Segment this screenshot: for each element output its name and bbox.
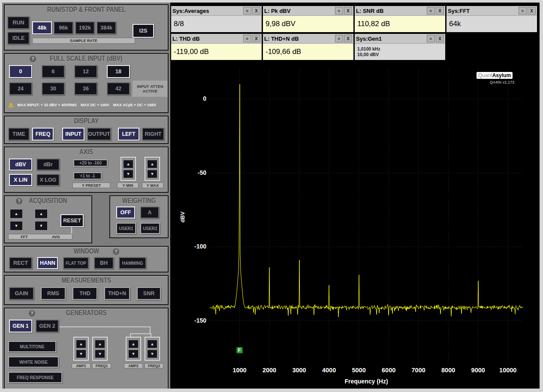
x-axis-label: Frequency (Hz) [210, 378, 523, 385]
y-min-down-button[interactable]: ▼ [123, 170, 133, 178]
fullscale-36-button[interactable]: 36 [74, 82, 97, 95]
tile-close-icon[interactable]: X [252, 35, 260, 42]
measurement-rms-button[interactable]: RMS [41, 287, 66, 300]
display-input-button[interactable]: INPUT [62, 128, 84, 141]
avg-up-button[interactable]: ▲ [35, 209, 48, 218]
gen1-button[interactable]: GEN 1 [9, 320, 32, 332]
x-tick-label: 1000 [223, 367, 257, 374]
fullscale-6-button[interactable]: 6 [42, 65, 65, 78]
axis-xlin-button[interactable]: X LIN [9, 174, 32, 186]
fundamental-marker[interactable]: F [236, 347, 243, 353]
window-rect-button[interactable]: RECT [9, 257, 32, 269]
tile-header[interactable]: L: THD dB ≡ X [171, 34, 262, 44]
tile-close-icon[interactable]: X [344, 7, 352, 15]
tile-header[interactable]: Sys:Averages ≡ X [171, 6, 262, 16]
tile-header[interactable]: Sys:FFT ≡ X [446, 6, 537, 16]
axis-dbv-button[interactable]: dBV [9, 159, 32, 171]
tile-menu-icon[interactable]: ≡ [427, 7, 435, 15]
measurement-snr-button[interactable]: SNR [137, 287, 161, 300]
tile-pk-dbv: L: Pk dBV ≡ X 9,98 dBV [263, 6, 353, 32]
freq1-up-button[interactable]: ▲ [95, 340, 105, 348]
display-time-button[interactable]: TIME [8, 128, 30, 141]
multitone-button[interactable]: MULTITONE [8, 341, 56, 352]
help-icon[interactable]: ? [113, 248, 119, 255]
display-left-button[interactable]: LEFT [118, 128, 139, 141]
amp1-down-button[interactable]: ▼ [76, 350, 86, 358]
amp2-up-button[interactable]: ▲ [128, 340, 139, 348]
sample-rate-192k-button[interactable]: 192k [75, 21, 95, 34]
freq2-down-button[interactable]: ▼ [147, 350, 157, 358]
gen-wire-drop [150, 326, 151, 333]
idle-button[interactable]: IDLE [7, 32, 30, 45]
tile-menu-icon[interactable]: ≡ [335, 7, 343, 15]
window-hann-button[interactable]: HANN [37, 257, 58, 269]
window-bh-button[interactable]: BH [94, 257, 114, 269]
help-icon[interactable]: ? [29, 310, 35, 317]
weighting-user1-button[interactable]: USER1 [116, 223, 136, 234]
fft-down-button[interactable]: ▼ [10, 221, 23, 230]
tile-close-icon[interactable]: X [528, 7, 536, 15]
measurement-gain-button[interactable]: GAIN [9, 287, 34, 300]
tile-menu-icon[interactable]: ≡ [335, 35, 343, 42]
white-noise-button[interactable]: WHITE NOISE [8, 356, 59, 368]
display-right-button[interactable]: RIGHT [142, 128, 164, 141]
fullscale-0-button[interactable]: 0 [9, 65, 32, 78]
tile-close-icon[interactable]: X [436, 7, 444, 15]
tile-header[interactable]: L: SNR dB ≡ X [355, 6, 445, 16]
tile-header[interactable]: Sys:Gen1 ≡ X [355, 34, 445, 44]
sample-rate-384k-button[interactable]: 384k [97, 21, 116, 34]
gen-wire-horizontal [60, 326, 151, 327]
y-preset-1-1-button[interactable]: +1 to -1 [73, 172, 102, 180]
gen2-button[interactable]: GEN 2 [36, 320, 59, 332]
section-title-window: WINDOW [5, 247, 168, 256]
axis-dbr-button[interactable]: dBr [36, 159, 60, 171]
fullscale-18-button[interactable]: 18 [107, 65, 130, 78]
tile-close-icon[interactable]: X [436, 35, 444, 42]
measurement-thdn-button[interactable]: THD+N [104, 287, 130, 300]
weighting-a-button[interactable]: A [140, 206, 159, 218]
sample-rate-96k-button[interactable]: 96k [54, 21, 73, 34]
tile-menu-icon[interactable]: ≡ [243, 35, 251, 42]
tile-menu-icon[interactable]: ≡ [519, 7, 527, 15]
y-preset-20-160-button[interactable]: +20 to -160 [73, 159, 108, 167]
y-min-up-button[interactable]: ▲ [123, 160, 133, 168]
tile-menu-icon[interactable]: ≡ [427, 35, 435, 42]
freq1-down-button[interactable]: ▼ [95, 350, 105, 358]
help-icon[interactable]: ? [16, 198, 22, 204]
display-output-button[interactable]: OUTPUT [87, 128, 111, 141]
axis-xlog-button[interactable]: X LOG [36, 174, 60, 186]
tile-menu-icon[interactable]: ≡ [243, 7, 251, 15]
run-button[interactable]: RUN [7, 16, 30, 29]
reset-button[interactable]: RESET [60, 214, 84, 227]
window-flattop-button[interactable]: FLAT TOP [63, 257, 89, 269]
gen1-amp-readout: 10,00 dBV [357, 52, 379, 57]
weighting-off-button[interactable]: OFF [116, 206, 135, 218]
tile-close-icon[interactable]: X [344, 35, 352, 42]
sample-rate-48k-button[interactable]: 48k [32, 21, 52, 34]
fullscale-24-button[interactable]: 24 [9, 82, 32, 95]
spectrum-chart[interactable]: 0-50-100-1501000200030004000500060007000… [170, 66, 540, 389]
section-title-run-stop: RUN/STOP & FRONT PANEL [5, 6, 168, 14]
fullscale-42-button[interactable]: 42 [107, 82, 130, 95]
y-max-up-button[interactable]: ▲ [147, 160, 157, 168]
warning-icon: ⚠ [8, 102, 14, 108]
window-hamming-button[interactable]: HAMMING [119, 257, 146, 269]
i2s-button[interactable]: I2S [133, 24, 154, 38]
freq2-up-button[interactable]: ▲ [147, 340, 157, 348]
amp1-up-button[interactable]: ▲ [76, 340, 86, 348]
fullscale-30-button[interactable]: 30 [42, 82, 65, 95]
weighting-user2-button[interactable]: USER2 [140, 223, 160, 234]
y-max-down-button[interactable]: ▼ [147, 170, 157, 178]
measurement-thd-button[interactable]: THD [72, 287, 97, 300]
display-freq-button[interactable]: FREQ [32, 128, 54, 141]
version-label: QA40x v1.173 [477, 80, 514, 84]
freq-response-button[interactable]: FREQ RESPONSE [8, 372, 62, 383]
fft-up-button[interactable]: ▲ [10, 209, 23, 218]
tile-header[interactable]: L: Pk dBV ≡ X [263, 6, 353, 16]
help-icon[interactable]: ? [30, 56, 36, 62]
amp2-down-button[interactable]: ▼ [128, 350, 139, 358]
tile-header[interactable]: L: THD+N dB ≡ X [263, 34, 353, 44]
fullscale-12-button[interactable]: 12 [74, 65, 97, 78]
avg-down-button[interactable]: ▼ [35, 221, 48, 230]
tile-close-icon[interactable]: X [252, 7, 260, 15]
